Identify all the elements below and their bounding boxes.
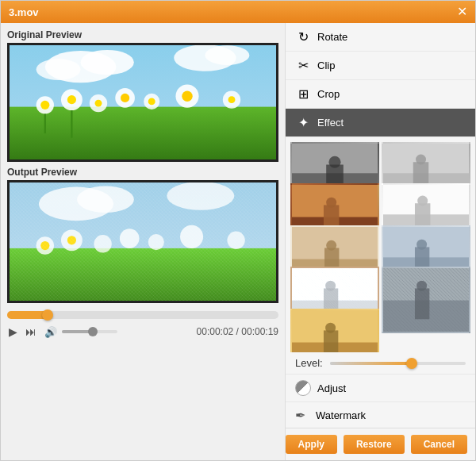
close-button[interactable]: ✕ — [457, 6, 467, 18]
step-forward-button[interactable]: ⏭ — [24, 324, 38, 340]
rotate-icon: ↻ — [295, 29, 311, 44]
window-title: 3.mov — [9, 6, 39, 18]
svg-rect-40 — [10, 182, 276, 301]
output-preview-box — [7, 180, 278, 303]
output-preview-label: Output Preview — [7, 167, 278, 178]
svg-point-20 — [182, 90, 192, 101]
time-display: 00:00:02 / 00:00:19 — [197, 326, 278, 337]
svg-point-55 — [326, 198, 336, 208]
progress-bar[interactable] — [7, 311, 278, 319]
svg-point-50 — [416, 155, 426, 165]
main-window: 3.mov ✕ Original Preview — [0, 0, 476, 461]
title-bar: 3.mov ✕ — [1, 1, 475, 23]
cancel-button[interactable]: Cancel — [411, 435, 467, 454]
level-fill — [330, 362, 412, 365]
svg-point-16 — [121, 94, 129, 102]
svg-point-11 — [67, 95, 76, 104]
adjust-icon — [295, 380, 311, 396]
volume-thumb[interactable] — [88, 327, 98, 336]
controls-row: ▶ ⏭ 🔊 00:00:02 / 00:00:19 — [7, 324, 278, 340]
output-preview-svg — [10, 182, 276, 301]
svg-rect-6 — [10, 107, 276, 159]
svg-rect-83 — [415, 289, 429, 320]
original-preview-label: Original Preview — [7, 29, 278, 40]
svg-point-3 — [36, 59, 81, 80]
svg-point-22 — [228, 96, 236, 103]
adjust-item[interactable]: Adjust — [286, 374, 475, 401]
volume-icon[interactable]: 🔊 — [43, 325, 59, 340]
svg-point-65 — [326, 240, 336, 251]
effect-label: Effect — [317, 117, 344, 129]
svg-point-14 — [95, 100, 102, 107]
left-panel: Original Preview — [1, 23, 285, 460]
original-preview-svg — [10, 45, 276, 159]
svg-point-84 — [416, 281, 427, 291]
restore-button[interactable]: Restore — [344, 435, 405, 454]
progress-thumb[interactable] — [42, 309, 53, 321]
clip-icon: ✂ — [295, 58, 311, 73]
play-button[interactable]: ▶ — [7, 324, 19, 340]
level-label: Level: — [295, 357, 324, 369]
svg-rect-88 — [324, 330, 338, 352]
svg-point-18 — [148, 98, 155, 105]
time-current: 00:00:02 — [197, 326, 234, 337]
svg-point-45 — [328, 156, 340, 168]
effect-thumb-7[interactable] — [382, 267, 470, 333]
right-panel: ↻ Rotate ✂ Clip ⊞ Crop ✦ Effect — [285, 23, 475, 460]
svg-point-89 — [325, 322, 336, 332]
level-thumb[interactable] — [406, 358, 417, 369]
bottom-buttons: Apply Restore Cancel — [286, 428, 475, 460]
volume-control: 🔊 — [43, 325, 117, 340]
effect-icon: ✦ — [295, 115, 311, 130]
output-preview-section: Output Preview — [7, 167, 278, 303]
level-row: Level: — [286, 352, 475, 374]
watermark-label: Watermark — [316, 409, 366, 421]
toolbar-clip[interactable]: ✂ Clip — [286, 52, 475, 80]
volume-slider[interactable] — [62, 330, 117, 333]
adjust-label: Adjust — [317, 382, 346, 394]
svg-point-8 — [40, 101, 49, 109]
toolbar-effect[interactable]: ✦ Effect — [286, 109, 475, 137]
timeline-area: ▶ ⏭ 🔊 00:00:02 / 00:00:19 — [7, 308, 278, 343]
toolbar-rotate[interactable]: ↻ Rotate — [286, 23, 475, 52]
rotate-label: Rotate — [317, 31, 347, 43]
watermark-item[interactable]: Watermark — [286, 401, 475, 428]
crop-label: Crop — [317, 88, 340, 100]
toolbar-crop[interactable]: ⊞ Crop — [286, 80, 475, 109]
svg-point-70 — [416, 239, 427, 249]
effects-grid: Canvas — [286, 137, 475, 352]
time-total: 00:00:19 — [241, 326, 278, 337]
effect-thumb-8[interactable] — [290, 309, 379, 352]
watermark-icon — [295, 408, 309, 422]
svg-point-60 — [417, 196, 428, 206]
svg-point-2 — [81, 50, 134, 75]
crop-icon: ⊞ — [295, 86, 311, 102]
original-preview-box — [7, 43, 278, 162]
content-area: Original Preview — [1, 23, 475, 460]
level-slider[interactable] — [330, 362, 466, 365]
svg-point-5 — [205, 45, 249, 65]
clip-label: Clip — [317, 60, 335, 71]
original-preview-section: Original Preview — [7, 29, 278, 162]
apply-button[interactable]: Apply — [286, 435, 337, 454]
